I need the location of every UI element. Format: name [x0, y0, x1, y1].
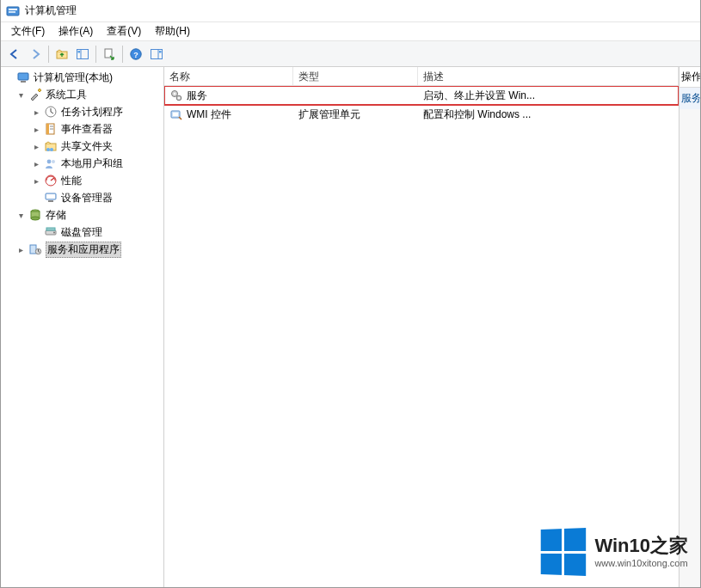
list-cell-name: 服务: [164, 87, 293, 105]
up-folder-button[interactable]: [52, 44, 72, 64]
performance-icon: [44, 174, 58, 187]
column-header-type[interactable]: 类型: [293, 67, 418, 85]
svg-point-31: [31, 217, 40, 220]
chevron-right-icon[interactable]: ▸: [15, 243, 27, 255]
tree-shared-folders[interactable]: ▸ 共享文件夹: [1, 138, 163, 155]
svg-point-22: [50, 148, 53, 151]
tree-device-manager[interactable]: 设备管理器: [1, 189, 163, 206]
app-icon: [6, 4, 20, 18]
list-body[interactable]: 服务 启动、终止并设置 Win... WMI 控件 扩展管理单: [164, 86, 679, 587]
window-title: 计算机管理: [25, 3, 77, 18]
toolbar: ?: [1, 41, 700, 67]
show-hide-action-pane-button[interactable]: [146, 44, 167, 64]
users-icon: [44, 156, 58, 170]
svg-rect-6: [78, 51, 81, 53]
svg-rect-1: [9, 9, 17, 10]
menu-view[interactable]: 查看(V): [100, 22, 148, 40]
tree-label: 事件查看器: [61, 122, 113, 137]
tree-task-scheduler[interactable]: ▸ 任务计划程序: [1, 103, 163, 120]
list-cell-desc: 启动、终止并设置 Win...: [418, 87, 679, 105]
toolbar-separator: [48, 46, 49, 63]
list-cell-type: [293, 94, 418, 97]
help-button[interactable]: ?: [126, 44, 146, 64]
svg-point-21: [46, 148, 50, 151]
menubar: 文件(F) 操作(A) 查看(V) 帮助(H): [1, 22, 700, 41]
chevron-right-icon[interactable]: ▸: [30, 157, 42, 169]
forward-button[interactable]: [25, 44, 46, 64]
tree-disk-management[interactable]: 磁盘管理: [1, 224, 163, 241]
tree-label: 存储: [46, 208, 66, 223]
list-cell-name: WMI 控件: [164, 106, 293, 124]
main-area: 计算机管理(本地) ▾ 系统工具: [1, 67, 700, 587]
svg-rect-42: [173, 113, 178, 116]
chevron-right-icon[interactable]: ▸: [30, 123, 42, 135]
clock-icon: [44, 105, 58, 119]
tools-icon: [28, 88, 42, 101]
menu-file[interactable]: 文件(F): [4, 22, 52, 40]
tree-system-tools[interactable]: ▾ 系统工具: [1, 86, 163, 103]
tree-label: 共享文件夹: [61, 139, 113, 154]
svg-rect-14: [21, 81, 26, 83]
svg-rect-28: [46, 194, 55, 199]
list-pane: 名称 类型 描述 服务 启动、终止并: [164, 67, 679, 587]
column-header-name[interactable]: 名称: [164, 67, 293, 85]
tree-pane[interactable]: 计算机管理(本地) ▾ 系统工具: [1, 67, 164, 587]
actions-pane: 操作 服务: [679, 67, 700, 587]
event-log-icon: [44, 122, 58, 136]
chevron-right-icon[interactable]: ▸: [30, 175, 42, 187]
gears-icon: [169, 89, 183, 102]
list-row-wmi[interactable]: WMI 控件 扩展管理单元 配置和控制 Windows ...: [164, 105, 679, 124]
window-titlebar: 计算机管理: [1, 0, 700, 22]
svg-point-23: [47, 160, 52, 164]
list-cell-desc: 配置和控制 Windows ...: [418, 106, 679, 124]
tree-event-viewer[interactable]: ▸ 事件查看器: [1, 120, 163, 138]
svg-point-38: [174, 93, 175, 95]
svg-point-40: [178, 97, 180, 99]
toolbar-separator: [122, 46, 123, 63]
svg-rect-2: [9, 11, 15, 13]
show-hide-tree-button[interactable]: [72, 44, 93, 64]
export-list-button[interactable]: [99, 44, 120, 64]
list-cell-text: WMI 控件: [187, 107, 231, 122]
wmi-icon: [169, 107, 183, 121]
tree-label: 设备管理器: [61, 191, 113, 205]
tree-label: 性能: [61, 174, 82, 188]
shared-folder-icon: [44, 139, 58, 153]
actions-pane-item[interactable]: 服务: [679, 88, 700, 109]
menu-help[interactable]: 帮助(H): [148, 22, 197, 40]
tree-performance[interactable]: ▸ 性能: [1, 172, 163, 189]
chevron-down-icon[interactable]: ▾: [15, 209, 27, 221]
tree-storage[interactable]: ▾ 存储: [1, 206, 163, 224]
column-header-desc[interactable]: 描述: [418, 67, 679, 85]
tree-root[interactable]: 计算机管理(本地): [1, 69, 163, 86]
storage-icon: [28, 208, 42, 222]
chevron-right-icon[interactable]: ▸: [30, 106, 42, 118]
tree-label: 磁盘管理: [61, 225, 102, 240]
tree-label: 任务计划程序: [61, 105, 123, 119]
svg-rect-34: [46, 228, 55, 230]
back-button[interactable]: [4, 44, 25, 64]
tree-services-apps[interactable]: ▸ 服务和应用程序: [1, 241, 163, 258]
svg-rect-17: [46, 124, 49, 134]
svg-point-24: [52, 160, 55, 163]
device-manager-icon: [44, 191, 58, 205]
list-cell-type: 扩展管理单元: [293, 106, 418, 124]
chevron-down-icon[interactable]: ▾: [15, 89, 27, 101]
toolbar-separator: [95, 46, 96, 63]
services-apps-icon: [28, 242, 42, 256]
chevron-right-icon[interactable]: ▸: [30, 140, 42, 152]
svg-point-33: [53, 232, 55, 234]
list-row-services[interactable]: 服务 启动、终止并设置 Win...: [164, 86, 679, 105]
tree-label: 系统工具: [46, 88, 87, 102]
tree-label: 服务和应用程序: [46, 242, 121, 258]
computer-icon: [16, 70, 30, 84]
svg-rect-27: [48, 200, 53, 202]
svg-rect-13: [18, 73, 28, 80]
svg-text:?: ?: [133, 50, 138, 58]
list-header: 名称 类型 描述: [164, 67, 679, 86]
tree-local-users[interactable]: ▸ 本地用户和组: [1, 155, 163, 172]
disk-icon: [44, 225, 58, 239]
tree-label: 本地用户和组: [61, 156, 123, 171]
tree-label: 计算机管理(本地): [34, 70, 113, 85]
menu-action[interactable]: 操作(A): [52, 22, 100, 40]
